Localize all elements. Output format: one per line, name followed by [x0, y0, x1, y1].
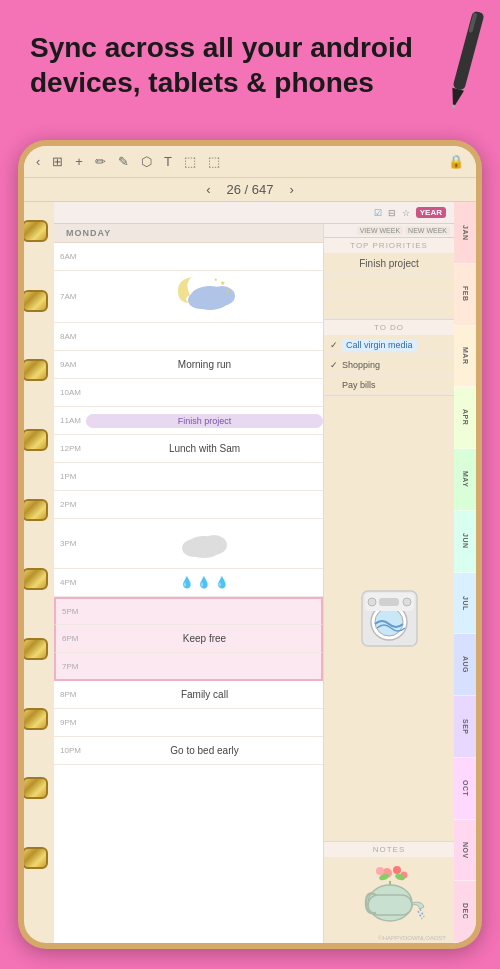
- star-tab-icon[interactable]: ☆: [402, 208, 410, 218]
- time-row-5pm: 5PM: [54, 597, 323, 625]
- tablet-screen: ‹ ⊞ + ✏ ✎ ⬡ T ⬚ ⬚ 🔒 ‹ 26 / 647 › ☑ ⊟ ☆ Y…: [24, 146, 476, 943]
- time-6am: 6AM: [54, 252, 86, 261]
- todo-check-1: ✓: [330, 340, 338, 350]
- time-row-10am: 10AM: [54, 379, 323, 407]
- time-row-9am: 9AM Morning run: [54, 351, 323, 379]
- prev-page-button[interactable]: ‹: [206, 182, 210, 197]
- lock-icon[interactable]: 🔒: [448, 154, 464, 169]
- priority-item-1: Finish project: [324, 253, 454, 275]
- svg-point-18: [403, 598, 411, 606]
- content-9am: Morning run: [86, 357, 323, 372]
- time-7pm: 7PM: [56, 662, 88, 671]
- ring-2: [24, 290, 48, 312]
- image-icon[interactable]: ⬚: [184, 154, 196, 169]
- view-week-button[interactable]: VIEW WEEK: [357, 226, 403, 235]
- month-tab-sep[interactable]: SEP: [454, 696, 476, 758]
- next-page-button[interactable]: ›: [290, 182, 294, 197]
- list-tab-icon[interactable]: ⊟: [388, 208, 396, 218]
- time-1pm: 1PM: [54, 472, 86, 481]
- ring-10: [24, 847, 48, 869]
- time-8am: 8AM: [54, 332, 86, 341]
- page-indicator: 26 / 647: [227, 182, 274, 197]
- toolbar: ‹ ⊞ + ✏ ✎ ⬡ T ⬚ ⬚ 🔒: [24, 146, 476, 178]
- month-tab-jun[interactable]: JUN: [454, 511, 476, 573]
- time-row-4pm: 4PM 💧 💧 💧: [54, 569, 323, 597]
- time-10am: 10AM: [54, 388, 86, 397]
- priority-item-2: [324, 275, 454, 297]
- month-tab-oct[interactable]: OCT: [454, 758, 476, 820]
- add-icon[interactable]: +: [75, 154, 83, 169]
- time-9pm: 9PM: [54, 718, 86, 727]
- content-7pm: [88, 664, 321, 668]
- svg-point-6: [188, 291, 212, 309]
- time-7am: 7AM: [54, 292, 86, 301]
- text-icon[interactable]: T: [164, 154, 172, 169]
- month-tab-aug[interactable]: AUG: [454, 634, 476, 696]
- month-tab-dec[interactable]: DEC: [454, 881, 476, 943]
- month-tab-apr[interactable]: APR: [454, 387, 476, 449]
- time-row-12pm: 12PM Lunch with Sam: [54, 435, 323, 463]
- time-row-3pm: 3PM: [54, 519, 323, 569]
- content-3pm: [86, 523, 323, 564]
- time-11am: 11AM: [54, 416, 86, 425]
- select-icon[interactable]: ⬚: [208, 154, 220, 169]
- content-8am: [86, 335, 323, 339]
- content-6pm: Keep free: [88, 631, 321, 646]
- priorities-header: TOP PRIORITIES: [324, 238, 454, 253]
- svg-point-17: [368, 598, 376, 606]
- year-tab[interactable]: YEAR: [416, 207, 446, 218]
- new-week-button[interactable]: NEW WEEK: [405, 226, 450, 235]
- time-row-1pm: 1PM: [54, 463, 323, 491]
- notes-section: NOTES: [324, 841, 454, 943]
- day-header: MONDAY: [54, 224, 323, 243]
- time-row-6pm: 6PM Keep free: [54, 625, 323, 653]
- content-9pm: [86, 721, 323, 725]
- watering-can-illustration: [324, 857, 454, 943]
- priorities-section: TOP PRIORITIES Finish project: [324, 238, 454, 320]
- rings-decoration: [24, 196, 50, 893]
- month-tab-jul[interactable]: JUL: [454, 573, 476, 635]
- month-tab-mar[interactable]: MAR: [454, 326, 476, 388]
- header-title: Sync across all your android devices, ta…: [30, 30, 420, 100]
- time-row-8am: 8AM: [54, 323, 323, 351]
- time-row-8pm: 8PM Family call: [54, 681, 323, 709]
- todo-item-2: ✓ Shopping: [324, 355, 454, 375]
- todo-item-3: ✓ Pay bills: [324, 375, 454, 395]
- month-tab-jan[interactable]: JAN: [454, 202, 476, 264]
- pencil-icon[interactable]: ✎: [118, 154, 129, 169]
- time-row-2pm: 2PM: [54, 491, 323, 519]
- content-7am: ★ ★ ★: [86, 271, 323, 322]
- eraser-icon[interactable]: ⬡: [141, 154, 152, 169]
- ring-6: [24, 568, 48, 590]
- checkbox-tab-icon[interactable]: ☑: [374, 208, 382, 218]
- priority-item-3: [324, 297, 454, 319]
- time-9am: 9AM: [54, 360, 86, 369]
- grid-icon[interactable]: ⊞: [52, 154, 63, 169]
- time-row-7pm: 7PM: [54, 653, 323, 681]
- svg-rect-19: [379, 598, 399, 606]
- top-tabs-row: ☑ ⊟ ☆ YEAR: [54, 202, 454, 224]
- time-4pm: 4PM: [54, 578, 86, 587]
- ring-1: [24, 220, 48, 242]
- content-10am: [86, 391, 323, 395]
- copyright-text: ©HAPPYDOWNLOADST: [378, 935, 446, 941]
- svg-text:★: ★: [214, 277, 218, 282]
- time-8pm: 8PM: [54, 690, 86, 699]
- page-navigation: ‹ 26 / 647 ›: [24, 178, 476, 202]
- svg-point-5: [209, 286, 235, 306]
- content-6am: [86, 255, 323, 259]
- todo-text-2: Shopping: [342, 360, 380, 370]
- time-row-7am: 7AM ★ ★ ★: [54, 271, 323, 323]
- washing-machine-illustration: [324, 396, 454, 841]
- month-tab-may[interactable]: MAY: [454, 449, 476, 511]
- svg-point-22: [376, 867, 384, 875]
- todo-check-2: ✓: [330, 360, 338, 370]
- todo-header: TO DO: [324, 320, 454, 335]
- main-content: ☑ ⊟ ☆ YEAR MONDAY 6AM 7AM: [24, 202, 476, 943]
- content-10pm: Go to bed early: [86, 743, 323, 758]
- month-tab-nov[interactable]: NOV: [454, 820, 476, 882]
- notes-header: NOTES: [324, 842, 454, 857]
- back-icon[interactable]: ‹: [36, 154, 40, 169]
- month-tab-feb[interactable]: FEB: [454, 264, 476, 326]
- pen-icon[interactable]: ✏: [95, 154, 106, 169]
